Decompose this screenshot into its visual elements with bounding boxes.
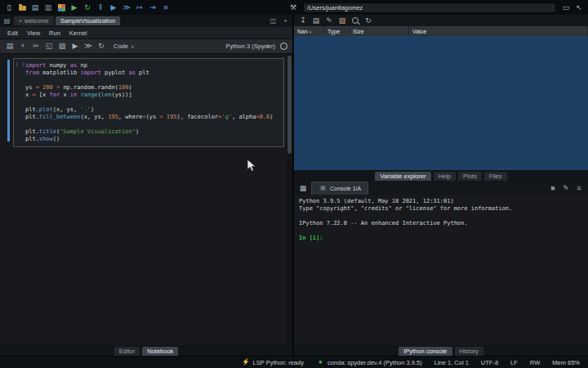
tabbar-left-icons: ▤: [2, 16, 11, 26]
console-line: IPython 7.22.0 -- An enhanced Interactiv…: [299, 220, 583, 227]
cursor-position: Line 1, Col 1: [434, 359, 469, 366]
tab-editor[interactable]: Editor: [114, 347, 140, 356]
search-icon[interactable]: [350, 16, 360, 26]
console-tab-icon[interactable]: ▣: [318, 183, 327, 194]
lsp-icon[interactable]: ⚡: [242, 357, 251, 368]
menu-edit[interactable]: Edit: [7, 29, 18, 37]
column-header-size[interactable]: Size: [350, 26, 409, 36]
console-line: [299, 227, 583, 235]
tools-icon[interactable]: ⚒: [288, 2, 298, 13]
cell-type-dropdown[interactable]: Code ∨: [114, 43, 134, 50]
variable-table[interactable]: [294, 36, 588, 170]
chevron-down-icon: ∨: [131, 43, 134, 49]
layout-grid-icon[interactable]: [56, 2, 66, 13]
conda-status[interactable]: ● conda: spyder.dev.4 (Python 3.9.5): [316, 357, 422, 368]
new-file-icon[interactable]: ▯: [4, 2, 14, 13]
save-notebook-icon[interactable]: ▤: [5, 41, 15, 52]
code-line: ys = 200 + np.random.randn(100): [25, 84, 280, 92]
restart-kernel-icon[interactable]: ↻: [96, 41, 106, 52]
add-cell-icon[interactable]: +: [18, 41, 28, 52]
editor-mode-tabs: EditorNotebook: [0, 345, 292, 357]
rerun-icon[interactable]: ↻: [82, 2, 92, 13]
tab-label: SampleVisualization: [60, 17, 115, 25]
console-tab[interactable]: ▣ Console 1/A: [311, 182, 368, 195]
column-header-value[interactable]: Value: [409, 26, 588, 36]
notebook-toolbar: ▤+✂◱▨▶≫↻ Code ∨ Python 3 (Spyder): [0, 39, 292, 54]
add-tab-icon[interactable]: +: [281, 16, 290, 26]
code-line: [25, 121, 280, 128]
tab-welcome[interactable]: ×welcome: [14, 16, 54, 25]
console-line: [299, 213, 583, 220]
step-icon[interactable]: ↦: [135, 2, 145, 13]
pause-icon[interactable]: ‖: [96, 2, 105, 13]
close-tab-icon[interactable]: ×: [19, 18, 22, 24]
code-line: plt.title("Sample Visualization"): [25, 128, 280, 136]
save-data-icon[interactable]: ▤: [311, 16, 321, 26]
code-line: plt.show(): [25, 136, 280, 143]
console-toolbar: ▦ ▣ Console 1/A ■✎≡: [294, 182, 588, 195]
tab-help[interactable]: Help: [434, 172, 456, 181]
tab-variable-explorer[interactable]: Variable explorer: [375, 172, 430, 181]
continue-icon[interactable]: ⇥: [148, 2, 158, 13]
console-tab-icon-wrap: ▣: [318, 183, 327, 194]
split-editor-icon[interactable]: ◫: [269, 16, 278, 26]
code-line: plt.plot(x, ys, '-'): [25, 106, 280, 114]
tab-notebook[interactable]: Notebook: [142, 347, 178, 356]
run-next-icon[interactable]: ≫: [122, 2, 131, 13]
menu-kernel[interactable]: Kernel: [69, 29, 87, 37]
right-bottom-tabs: IPython consoleHistory: [294, 345, 588, 357]
run-cell-icon[interactable]: ▶: [70, 41, 80, 52]
scrollbar-thumb[interactable]: [287, 56, 292, 154]
tab-label: IPython console: [403, 348, 447, 355]
interrupt-kernel-icon[interactable]: ■: [548, 183, 558, 194]
import-data-icon[interactable]: ↧: [298, 16, 308, 26]
save-data-as-icon[interactable]: ✎: [324, 16, 334, 26]
editor-panel: ▤ ×welcomeSampleVisualization ◫+ EditVie…: [0, 15, 294, 357]
run-cell-icon[interactable]: ▶: [109, 2, 118, 13]
console-output[interactable]: Python 3.9.5 (default, May 18 2021, 12:3…: [294, 195, 588, 345]
run-file-icon[interactable]: ▶: [69, 2, 79, 13]
copy-cell-icon[interactable]: ◱: [44, 41, 54, 52]
eol-status: LF: [510, 359, 518, 366]
cut-cell-icon[interactable]: ✂: [31, 41, 41, 52]
menu-view[interactable]: View: [27, 29, 40, 37]
save-all-icon[interactable]: ▥: [43, 2, 53, 13]
remove-all-variables-icon[interactable]: ▨: [337, 16, 347, 26]
monitor-icon[interactable]: ▭: [561, 2, 571, 13]
path-input[interactable]: [303, 2, 556, 13]
column-label: Nan: [297, 29, 308, 34]
console-left-icons: ▦: [298, 183, 308, 194]
tab-ipython-console[interactable]: IPython console: [399, 347, 452, 356]
notebook-editor[interactable]: [ ] import numpy as npfrom matplotlib im…: [0, 54, 292, 345]
new-console-icon[interactable]: ▦: [298, 183, 308, 194]
column-header-nan[interactable]: Nan▴: [294, 26, 324, 36]
column-label: Value: [412, 29, 426, 34]
console-tab-label: Console 1/A: [330, 186, 361, 191]
menu-run[interactable]: Run: [49, 29, 60, 37]
code-line: import numpy as np: [25, 62, 280, 70]
open-folder-icon[interactable]: [17, 2, 27, 13]
notebook-file-icon[interactable]: ▤: [2, 16, 11, 26]
paste-cell-icon[interactable]: ▨: [57, 41, 67, 52]
options-menu-icon[interactable]: ≡: [574, 183, 584, 194]
inspect-icon[interactable]: ✎: [561, 183, 571, 194]
tab-label: Help: [439, 173, 451, 180]
tab-files[interactable]: Files: [484, 172, 507, 181]
conda-status-label: conda: spyder.dev.4 (Python 3.9.5): [327, 359, 422, 366]
editor-tabs: ×welcomeSampleVisualization: [14, 15, 120, 27]
tab-samplevisualization[interactable]: SampleVisualization: [56, 16, 120, 25]
save-icon[interactable]: ▤: [30, 2, 40, 13]
column-header-type[interactable]: Type: [324, 26, 350, 36]
code-cell[interactable]: import numpy as npfrom matplotlib import…: [13, 58, 284, 147]
tabbar-right-icons: ◫+: [269, 16, 290, 26]
readwrite-status: RW: [530, 359, 540, 366]
tab-history[interactable]: History: [455, 347, 483, 356]
editor-scrollbar[interactable]: [287, 54, 292, 345]
mouse-cursor: [247, 159, 256, 173]
stop-icon[interactable]: ■: [161, 2, 171, 13]
tab-plots[interactable]: Plots: [458, 172, 482, 181]
pointer-icon[interactable]: ↖: [574, 2, 584, 13]
conda-icon[interactable]: ●: [316, 357, 325, 368]
run-all-icon[interactable]: ≫: [83, 41, 93, 52]
refresh-icon[interactable]: ↻: [363, 16, 373, 26]
